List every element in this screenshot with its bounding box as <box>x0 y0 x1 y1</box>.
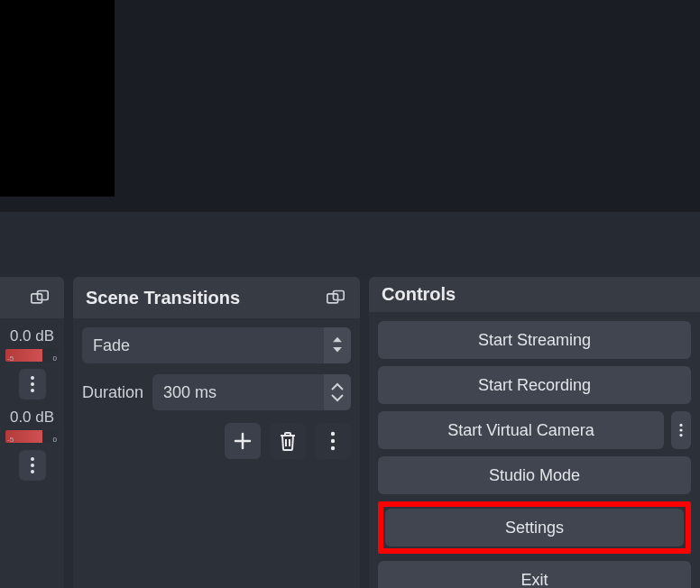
start-recording-button[interactable]: Start Recording <box>378 366 691 404</box>
popout-icon[interactable] <box>26 284 53 311</box>
audio-channel-menu-button[interactable] <box>19 450 46 481</box>
trash-icon <box>279 431 297 451</box>
add-transition-button[interactable] <box>225 423 261 459</box>
start-streaming-button[interactable]: Start Streaming <box>378 321 691 359</box>
start-virtual-camera-button[interactable]: Start Virtual Camera <box>378 411 664 449</box>
exit-button[interactable]: Exit <box>378 561 691 588</box>
svg-point-15 <box>679 434 682 436</box>
controls-header: Controls <box>369 277 700 312</box>
panel-title: Controls <box>382 284 456 305</box>
transition-select-stepper[interactable] <box>324 327 351 363</box>
audio-meter: -5 0 <box>5 349 59 362</box>
chevron-down-icon <box>331 346 344 355</box>
svg-point-2 <box>31 376 34 380</box>
transition-select[interactable]: Fade <box>82 327 351 363</box>
scene-transitions-header: Scene Transitions <box>73 277 360 318</box>
settings-button[interactable]: Settings <box>385 509 684 547</box>
duration-stepper[interactable] <box>324 374 351 410</box>
chevron-up-icon <box>331 335 344 345</box>
transition-select-value: Fade <box>82 327 324 363</box>
svg-point-11 <box>331 439 335 443</box>
chevron-up-icon <box>331 382 344 391</box>
svg-point-3 <box>31 382 34 386</box>
audio-channel-level: 0.0 dB <box>4 405 60 428</box>
panel-title: Scene Transitions <box>86 288 240 308</box>
audio-channel-level: 0.0 dB <box>4 324 60 347</box>
popout-icon[interactable] <box>322 284 349 311</box>
dock-separator <box>0 212 700 277</box>
studio-mode-button[interactable]: Studio Mode <box>378 456 691 494</box>
scene-transitions-dock: Scene Transitions Fade Duration 300 ms <box>73 277 360 588</box>
svg-point-12 <box>331 446 335 450</box>
preview-source-placeholder <box>0 0 115 197</box>
plus-icon <box>233 431 253 451</box>
duration-label: Duration <box>82 383 143 402</box>
kebab-icon <box>330 431 336 451</box>
remove-transition-button[interactable] <box>270 423 306 459</box>
svg-point-10 <box>331 432 335 436</box>
audio-channel-menu-button[interactable] <box>19 369 46 400</box>
svg-point-14 <box>679 428 682 431</box>
preview-area <box>0 0 700 212</box>
duration-value: 300 ms <box>152 374 324 410</box>
kebab-icon <box>677 423 686 437</box>
duration-input[interactable]: 300 ms <box>152 374 351 410</box>
virtual-camera-config-button[interactable] <box>671 411 691 449</box>
audio-meter: -5 0 <box>5 430 59 443</box>
annotation-highlight: Settings <box>378 501 691 554</box>
controls-dock: Controls Start Streaming Start Recording… <box>369 277 700 588</box>
chevron-down-icon <box>331 393 344 402</box>
svg-point-5 <box>31 457 34 461</box>
audio-mixer-header <box>0 277 64 318</box>
transition-properties-button[interactable] <box>315 423 351 459</box>
audio-mixer-dock: 0.0 dB -5 0 0.0 dB -5 0 <box>0 277 64 588</box>
svg-point-6 <box>31 464 34 467</box>
svg-point-4 <box>31 389 34 392</box>
svg-point-7 <box>31 470 34 473</box>
svg-point-13 <box>679 424 682 427</box>
svg-rect-0 <box>32 294 42 303</box>
